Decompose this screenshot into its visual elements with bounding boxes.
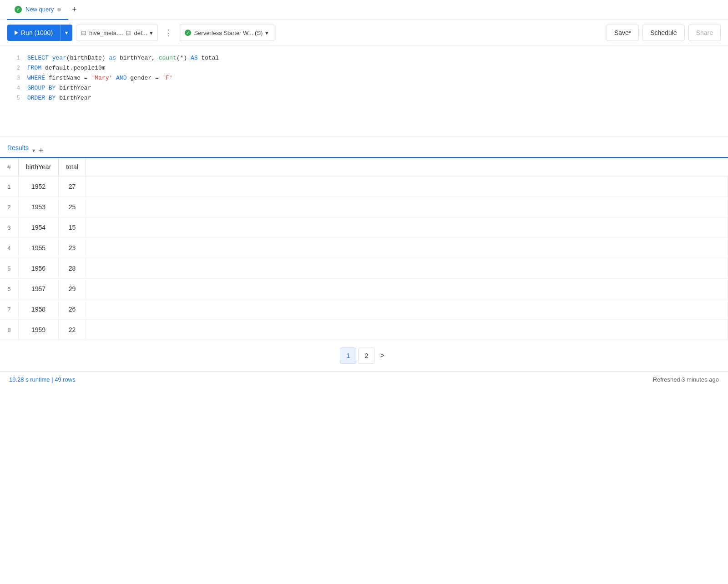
tab-check-icon: ✓: [15, 6, 22, 13]
empty-cell: [86, 197, 728, 217]
row-num-cell: 3: [0, 217, 18, 238]
code-content: WHERE firstName = 'Mary' AND gender = 'F…: [27, 73, 173, 83]
share-button: Share: [688, 25, 721, 41]
page-1-button[interactable]: 1: [340, 347, 356, 364]
cluster-selector[interactable]: ✓ Serverless Starter W... (S) ▾: [179, 25, 274, 41]
row-num-cell: 6: [0, 279, 18, 299]
results-table-wrapper: # birthYear total 1195227219532531954154…: [0, 158, 728, 340]
more-icon: ⋮: [164, 28, 172, 37]
refreshed-status: Refreshed 3 minutes ago: [653, 376, 719, 383]
row-num-cell: 2: [0, 197, 18, 217]
results-tab[interactable]: Results: [7, 144, 29, 157]
birthyear-cell: 1958: [18, 299, 59, 320]
cluster-status-icon: ✓: [185, 30, 191, 36]
schema-icon: ⊟: [126, 29, 131, 36]
table-row: 7195826: [0, 299, 728, 320]
col-header-num: #: [0, 158, 18, 176]
table-row: 2195325: [0, 197, 728, 217]
results-table: # birthYear total 1195227219532531954154…: [0, 158, 728, 340]
row-num-cell: 4: [0, 238, 18, 258]
new-tab-plus[interactable]: +: [68, 5, 81, 15]
run-dropdown-button[interactable]: ▾: [60, 25, 72, 41]
tab-bar: ✓ New query +: [0, 0, 728, 20]
table-row: 8195922: [0, 320, 728, 340]
table-row: 1195227: [0, 176, 728, 197]
page-2-button[interactable]: 2: [358, 347, 374, 364]
line-number: 2: [7, 64, 20, 73]
code-editor[interactable]: 1SELECT year(birthDate) as birthYear, co…: [0, 46, 728, 137]
birthyear-cell: 1956: [18, 258, 59, 279]
birthyear-cell: 1952: [18, 176, 59, 197]
database-icon: ⊟: [81, 29, 86, 36]
runtime-status: 19.28 s runtime | 49 rows: [9, 376, 76, 383]
empty-cell: [86, 279, 728, 299]
run-dropdown-arrow: ▾: [65, 30, 68, 36]
code-content: GROUP BY birthYear: [27, 83, 91, 93]
birthyear-cell: 1954: [18, 217, 59, 238]
save-button[interactable]: Save*: [607, 25, 639, 41]
add-result-tab-button[interactable]: +: [39, 146, 44, 156]
new-query-tab[interactable]: ✓ New query: [7, 0, 68, 20]
next-page-button[interactable]: >: [376, 350, 388, 362]
table-row: 3195415: [0, 217, 728, 238]
results-chevron-icon: ▾: [32, 147, 35, 154]
total-cell: 29: [59, 279, 86, 299]
col-header-total: total: [59, 158, 86, 176]
total-cell: 28: [59, 258, 86, 279]
birthyear-cell: 1955: [18, 238, 59, 258]
code-line: 4GROUP BY birthYear: [0, 83, 728, 93]
total-cell: 27: [59, 176, 86, 197]
toolbar: Run (1000) ▾ ⊟ hive_meta.... ⊟ def... ▾ …: [0, 20, 728, 46]
birthyear-cell: 1959: [18, 320, 59, 340]
tab-unsaved-dot: [57, 8, 61, 11]
run-play-icon: [15, 30, 18, 35]
schedule-button[interactable]: Schedule: [642, 25, 684, 41]
run-label: Run (1000): [21, 29, 53, 36]
total-cell: 15: [59, 217, 86, 238]
code-line: 1SELECT year(birthDate) as birthYear, co…: [0, 53, 728, 63]
status-bar: 19.28 s runtime | 49 rows Refreshed 3 mi…: [0, 371, 728, 388]
total-cell: 22: [59, 320, 86, 340]
total-cell: 23: [59, 238, 86, 258]
line-number: 5: [7, 94, 20, 103]
row-num-cell: 8: [0, 320, 18, 340]
code-content: SELECT year(birthDate) as birthYear, cou…: [27, 53, 219, 63]
cluster-chevron-icon: ▾: [265, 30, 268, 36]
empty-cell: [86, 176, 728, 197]
col-header-birthyear: birthYear: [18, 158, 59, 176]
empty-cell: [86, 299, 728, 320]
row-num-cell: 5: [0, 258, 18, 279]
cluster-label: Serverless Starter W... (S): [194, 30, 263, 36]
col-header-empty: [86, 158, 728, 176]
empty-cell: [86, 258, 728, 279]
birthyear-cell: 1953: [18, 197, 59, 217]
table-row: 4195523: [0, 238, 728, 258]
row-num-cell: 1: [0, 176, 18, 197]
results-header: Results ▾ +: [0, 137, 728, 158]
pagination: 1 2 >: [0, 340, 728, 371]
table-header-row: # birthYear total: [0, 158, 728, 176]
db1-label: hive_meta....: [89, 30, 123, 36]
more-options-button[interactable]: ⋮: [162, 26, 175, 40]
total-cell: 26: [59, 299, 86, 320]
database-selector[interactable]: ⊟ hive_meta.... ⊟ def... ▾: [76, 25, 158, 41]
birthyear-cell: 1957: [18, 279, 59, 299]
table-row: 6195729: [0, 279, 728, 299]
db2-label: def...: [134, 30, 147, 36]
db-chevron-icon: ▾: [150, 30, 153, 36]
total-cell: 25: [59, 197, 86, 217]
table-row: 5195628: [0, 258, 728, 279]
code-content: ORDER BY birthYear: [27, 93, 91, 103]
line-number: 4: [7, 84, 20, 93]
code-line: 2FROM default.people10m: [0, 63, 728, 73]
empty-cell: [86, 238, 728, 258]
code-line: 5ORDER BY birthYear: [0, 93, 728, 103]
code-line: 3WHERE firstName = 'Mary' AND gender = '…: [0, 73, 728, 83]
line-number: 1: [7, 54, 20, 63]
empty-cell: [86, 320, 728, 340]
run-button[interactable]: Run (1000): [7, 25, 60, 41]
row-num-cell: 7: [0, 299, 18, 320]
line-number: 3: [7, 74, 20, 83]
run-button-group: Run (1000) ▾: [7, 25, 72, 41]
empty-cell: [86, 217, 728, 238]
